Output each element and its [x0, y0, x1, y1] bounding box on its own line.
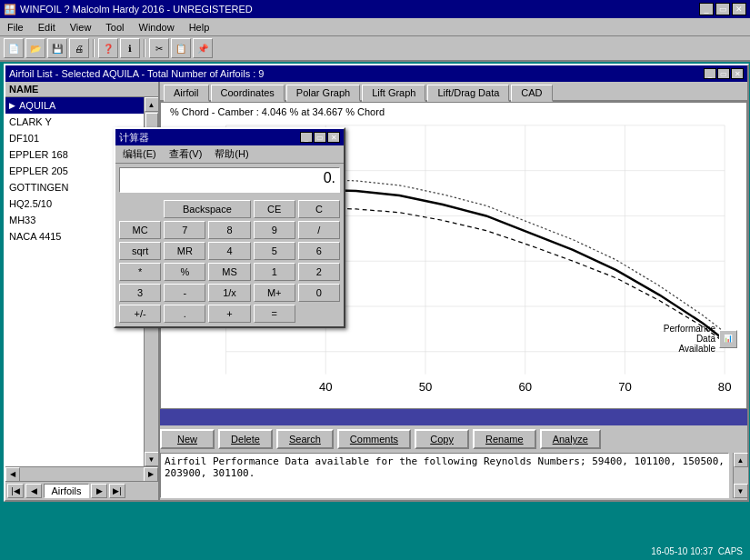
info-scroll-down[interactable]: ▼: [734, 484, 748, 498]
print-button[interactable]: 🖨: [69, 38, 89, 58]
rename-button[interactable]: Rename: [473, 429, 536, 449]
copy-button[interactable]: 📋: [171, 38, 191, 58]
calc-sqrt-btn[interactable]: sqrt: [119, 242, 161, 260]
paste-button[interactable]: 📌: [193, 38, 213, 58]
nav-prev-button[interactable]: ◀: [25, 484, 42, 498]
calc-mul-btn[interactable]: *: [119, 263, 161, 281]
info-scroll-up[interactable]: ▲: [734, 453, 748, 467]
calc-buttons: Backspace CE C MC 7 8 9 / sqrt MR 4 5 6 …: [115, 196, 344, 326]
close-button[interactable]: ✕: [732, 3, 746, 15]
menu-bar: File Edit View Tool Window Help: [0, 18, 750, 36]
svg-text:40: 40: [319, 380, 333, 394]
menu-file[interactable]: File: [4, 21, 27, 34]
calc-1-btn[interactable]: 1: [254, 263, 295, 281]
calc-backspace-btn[interactable]: Backspace: [164, 200, 250, 218]
airfoil-window-title-bar: Airfoil List - Selected AQUILA - Total N…: [5, 65, 747, 82]
tab-airfoil[interactable]: Airfoil: [164, 85, 209, 102]
calc-mr-btn[interactable]: MR: [164, 242, 205, 260]
menu-help[interactable]: Help: [185, 21, 214, 34]
calc-4-btn[interactable]: 4: [208, 242, 250, 260]
tab-lift-graph[interactable]: Lift Graph: [362, 85, 425, 102]
nav-first-button[interactable]: |◀: [7, 484, 24, 498]
app-window-controls: _ ▭ ✕: [699, 3, 746, 15]
calc-ms-btn[interactable]: MS: [208, 263, 250, 281]
info-button[interactable]: ℹ: [120, 38, 140, 58]
calc-3-btn[interactable]: 3: [119, 284, 161, 302]
open-button[interactable]: 📂: [25, 38, 45, 58]
tab-lift-drag-data[interactable]: Lift/Drag Data: [427, 85, 509, 102]
calc-sub-btn[interactable]: -: [164, 284, 205, 302]
toolbar-separator-2: [144, 39, 145, 57]
menu-window[interactable]: Window: [135, 21, 178, 34]
calc-sign-btn[interactable]: +/-: [119, 305, 161, 323]
calc-0-btn[interactable]: 0: [298, 284, 340, 302]
calc-9-btn[interactable]: 9: [254, 221, 295, 239]
save-button[interactable]: 💾: [47, 38, 67, 58]
calc-div-btn[interactable]: /: [298, 221, 340, 239]
search-button[interactable]: Search: [276, 429, 334, 449]
horiz-track: [20, 470, 144, 479]
nav-next-button[interactable]: ▶: [91, 484, 107, 498]
calc-menu-edit[interactable]: 编辑(E): [119, 146, 160, 162]
list-nav: |◀ ◀ Airfoils ▶ ▶|: [5, 481, 158, 500]
calc-dot-btn[interactable]: .: [164, 305, 205, 323]
calc-inv-btn[interactable]: 1/x: [208, 284, 250, 302]
analyze-button[interactable]: Analyze: [540, 429, 601, 449]
calc-2-btn[interactable]: 2: [298, 263, 340, 281]
calc-minimize-button[interactable]: _: [300, 132, 313, 143]
calc-mplus-btn[interactable]: M+: [254, 284, 295, 302]
menu-tool[interactable]: Tool: [102, 21, 127, 34]
tab-cad[interactable]: CAD: [511, 85, 552, 102]
list-item-aquila[interactable]: ▶ AQUILA: [5, 97, 144, 114]
info-text-wrap: [160, 453, 729, 500]
calc-ce-btn[interactable]: CE: [254, 200, 295, 218]
svg-text:70: 70: [618, 380, 632, 394]
svg-text:60: 60: [518, 380, 532, 394]
tab-coordinates[interactable]: Coordinates: [211, 85, 285, 102]
calc-restore-button[interactable]: ▭: [314, 132, 326, 143]
calc-close-button[interactable]: ✕: [327, 132, 340, 143]
aw-close-button[interactable]: ✕: [731, 68, 744, 79]
calc-7-btn[interactable]: 7: [164, 221, 205, 239]
perf-icon[interactable]: 📊: [719, 330, 737, 348]
blue-highlight-bar: [160, 409, 747, 425]
aw-minimize-button[interactable]: _: [704, 68, 716, 79]
minimize-button[interactable]: _: [699, 3, 714, 15]
calc-add-btn[interactable]: +: [208, 305, 250, 323]
calc-8-btn[interactable]: 8: [208, 221, 250, 239]
comments-button[interactable]: Comments: [337, 429, 411, 449]
horiz-right-arrow[interactable]: ▶: [144, 467, 158, 482]
calc-6-btn[interactable]: 6: [298, 242, 340, 260]
calc-5-btn[interactable]: 5: [254, 242, 295, 260]
calc-c-btn[interactable]: C: [298, 200, 340, 218]
new-button[interactable]: 📄: [4, 38, 24, 58]
menu-edit[interactable]: Edit: [35, 21, 59, 34]
horiz-left-arrow[interactable]: ◀: [5, 467, 20, 482]
delete-button[interactable]: Delete: [218, 429, 273, 449]
info-textarea[interactable]: [160, 453, 729, 498]
help-button[interactable]: ❓: [98, 38, 118, 58]
aw-restore-button[interactable]: ▭: [717, 68, 730, 79]
cut-button[interactable]: ✂: [149, 38, 169, 58]
toolbar: 📄 📂 💾 🖨 ❓ ℹ ✂ 📋 📌: [0, 36, 750, 62]
calc-eq-btn[interactable]: =: [254, 305, 295, 323]
copy-airfoil-button[interactable]: Copy: [415, 429, 469, 449]
list-item-label: AQUILA: [19, 100, 55, 111]
list-item-label: GOTTINGEN: [9, 182, 68, 193]
list-item-label: EPPLER 168: [9, 149, 68, 160]
tab-polar-graph[interactable]: Polar Graph: [286, 85, 360, 102]
calc-menu-view[interactable]: 查看(V): [165, 146, 206, 162]
menu-view[interactable]: View: [66, 21, 95, 34]
calc-pct-btn[interactable]: %: [164, 263, 205, 281]
info-scroll-track[interactable]: [734, 467, 748, 484]
restore-button[interactable]: ▭: [715, 3, 730, 15]
horiz-scrollbar[interactable]: ◀ ▶: [5, 466, 158, 481]
scroll-up-arrow[interactable]: ▲: [145, 97, 159, 112]
new-airfoil-button[interactable]: New: [160, 429, 215, 449]
info-scrollbar[interactable]: ▲ ▼: [733, 453, 747, 498]
nav-last-button[interactable]: ▶|: [109, 484, 125, 498]
scroll-down-arrow[interactable]: ▼: [145, 452, 159, 466]
calc-menu: 编辑(E) 查看(V) 帮助(H): [115, 145, 344, 164]
calc-menu-help[interactable]: 帮助(H): [211, 146, 252, 162]
calc-mc-btn[interactable]: MC: [119, 221, 161, 239]
